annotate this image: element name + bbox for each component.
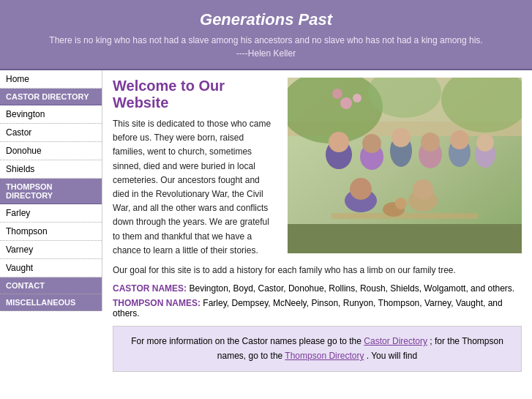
sidebar-item-shields[interactable]: Shields bbox=[0, 160, 102, 179]
sidebar-item-miscellaneous[interactable]: MISCELLANEOUS bbox=[0, 294, 102, 311]
footer-text-3: . You will find bbox=[367, 351, 417, 361]
svg-point-19 bbox=[421, 133, 440, 152]
quote-line2: ----Helen Keller bbox=[236, 48, 296, 59]
page-header: Generations Past There is no king who ha… bbox=[0, 0, 532, 70]
sidebar-item-farley[interactable]: Farley bbox=[0, 204, 102, 223]
thompson-names-para: THOMPSON NAMES: Farley, Dempsey, McNeely… bbox=[113, 298, 522, 318]
sidebar: Home CASTOR DIRECTORY Bevington Castor D… bbox=[0, 70, 102, 311]
family-photo bbox=[288, 78, 522, 253]
page-layout: Home CASTOR DIRECTORY Bevington Castor D… bbox=[0, 70, 532, 379]
sidebar-item-bevington[interactable]: Bevington bbox=[0, 105, 102, 124]
castor-names-text: Bevington, Boyd, Castor, Donohue, Rollin… bbox=[189, 283, 514, 294]
svg-point-29 bbox=[395, 198, 407, 209]
svg-point-15 bbox=[362, 134, 381, 153]
site-title: Generations Past bbox=[15, 10, 517, 29]
svg-point-13 bbox=[329, 132, 349, 152]
svg-point-23 bbox=[476, 134, 494, 152]
quote-text: There is no king who has not had a slave… bbox=[15, 34, 517, 60]
thompson-label: THOMPSON NAMES: bbox=[113, 298, 201, 308]
castor-names: CASTOR NAMES: Bevington, Boyd, Castor, D… bbox=[113, 283, 522, 294]
svg-point-17 bbox=[391, 128, 411, 147]
goal-text: Our goal for this site is to add a histo… bbox=[113, 264, 522, 277]
svg-rect-10 bbox=[288, 224, 522, 253]
castor-directory-link[interactable]: Castor Directory bbox=[364, 336, 427, 346]
castor-label: CASTOR NAMES: bbox=[113, 283, 187, 294]
quote-line1: There is no king who has not had a slave… bbox=[49, 35, 482, 45]
family-photo-section bbox=[288, 78, 522, 253]
sidebar-item-varney[interactable]: Varney bbox=[0, 241, 102, 259]
sidebar-item-home[interactable]: Home bbox=[0, 70, 102, 89]
sidebar-item-thompson-directory[interactable]: THOMPSON DIRECTORY bbox=[0, 179, 102, 204]
footer-info-box: For more information on the Castor names… bbox=[113, 326, 522, 372]
svg-point-25 bbox=[350, 178, 372, 200]
svg-rect-11 bbox=[331, 213, 478, 219]
sidebar-item-castor-directory[interactable]: CASTOR DIRECTORY bbox=[0, 89, 102, 105]
sidebar-item-vaught[interactable]: Vaught bbox=[0, 259, 102, 277]
svg-point-21 bbox=[450, 130, 469, 149]
sidebar-item-donohue[interactable]: Donohue bbox=[0, 142, 102, 160]
footer-text-1: For more information on the Castor names… bbox=[131, 336, 361, 346]
main-content: Welcome to Our Website This site is dedi… bbox=[102, 70, 532, 379]
sidebar-item-thompson[interactable]: Thompson bbox=[0, 223, 102, 241]
sidebar-item-contact[interactable]: CONTACT bbox=[0, 277, 102, 294]
svg-point-8 bbox=[353, 94, 361, 102]
sidebar-item-castor[interactable]: Castor bbox=[0, 124, 102, 142]
svg-point-9 bbox=[332, 89, 342, 99]
thompson-directory-link[interactable]: Thompson Directory bbox=[285, 351, 364, 361]
svg-point-7 bbox=[340, 97, 352, 109]
svg-point-27 bbox=[413, 179, 433, 200]
